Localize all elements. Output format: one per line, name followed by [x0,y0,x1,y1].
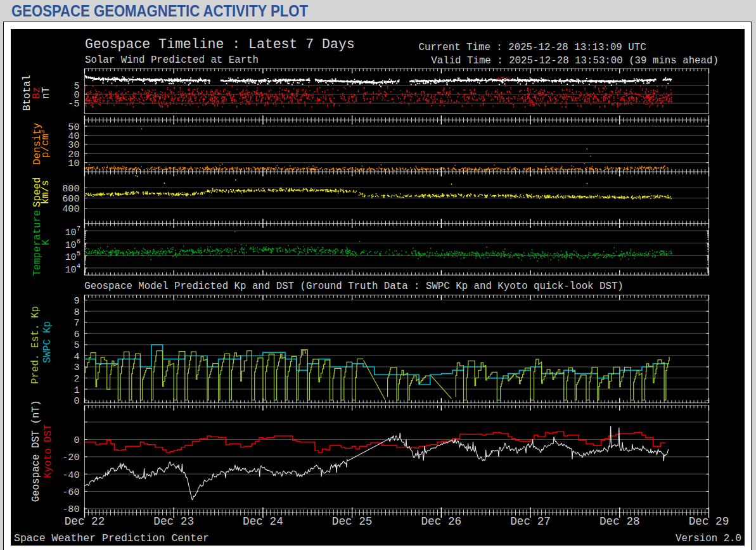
svg-text:Dec 24: Dec 24 [243,515,283,528]
svg-text:km/s: km/s [40,180,51,204]
svg-text:50: 50 [68,121,79,132]
svg-text:Geospace Timeline : Latest 7 D: Geospace Timeline : Latest 7 Days [85,37,355,52]
svg-text:Geospace Model Predicted Kp an: Geospace Model Predicted Kp and DST (Gro… [84,281,624,292]
svg-text:9: 9 [74,295,79,307]
svg-text:Valid Time : 2025-12-28 13:53:: Valid Time : 2025-12-28 13:53:00 (39 min… [431,55,719,67]
svg-text:nT: nT [41,87,52,99]
svg-text:6: 6 [74,328,79,340]
svg-text:800: 800 [62,182,79,194]
svg-text:1: 1 [74,384,79,395]
svg-text:Geospace DST (nT): Geospace DST (nT) [30,400,41,502]
svg-text:Dec 23: Dec 23 [153,515,194,528]
svg-text:-5: -5 [68,98,79,110]
svg-text:Dec 27: Dec 27 [510,515,551,528]
svg-text:8: 8 [74,306,79,317]
svg-text:Version 2.0: Version 2.0 [676,533,741,544]
svg-text:p/cm3: p/cm3 [39,129,51,157]
svg-text:2: 2 [74,373,79,384]
svg-text:-20: -20 [62,452,79,463]
svg-text:Current Time : 2025-12-28 13:1: Current Time : 2025-12-28 13:13:09 UTC [418,41,646,53]
svg-text:5: 5 [74,340,79,351]
svg-text:K: K [40,239,51,245]
svg-text:Dec 29: Dec 29 [688,515,729,528]
svg-text:-60: -60 [62,486,79,497]
svg-text:3: 3 [74,362,79,373]
svg-text:Dec 22: Dec 22 [64,515,105,528]
svg-text:600: 600 [62,193,79,204]
svg-text:Dec 25: Dec 25 [331,515,372,528]
svg-text:4: 4 [74,350,79,362]
svg-text:0: 0 [74,395,79,407]
svg-text:Space Weather Prediction Cente: Space Weather Prediction Center [14,533,209,544]
svg-text:0: 0 [74,434,79,445]
svg-text:Dec 26: Dec 26 [421,515,461,528]
svg-text:Solar Wind Predicted at Earth: Solar Wind Predicted at Earth [85,54,259,66]
svg-text:Pred. Est. Kp: Pred. Est. Kp [29,306,41,384]
svg-text:-40: -40 [62,469,79,480]
svg-text:400: 400 [62,203,79,214]
svg-text:7: 7 [74,317,79,329]
svg-text:SWPC Kp: SWPC Kp [42,321,53,362]
svg-text:-80: -80 [62,504,79,515]
svg-text:Kyoto DST: Kyoto DST [42,424,53,478]
svg-text:Dec 28: Dec 28 [599,515,639,528]
